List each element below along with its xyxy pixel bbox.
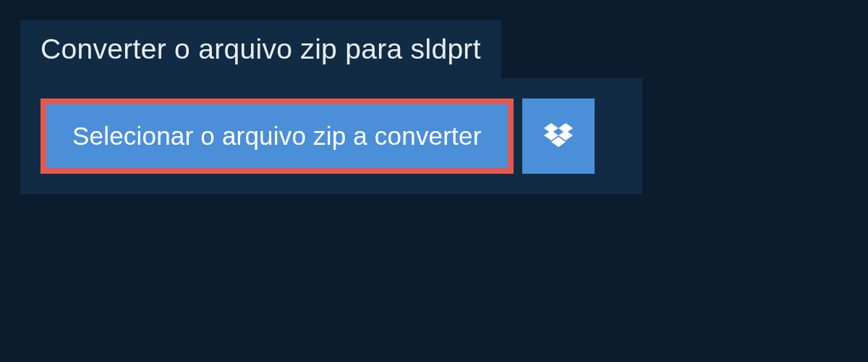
title-bar: Converter o arquivo zip para sldprt <box>20 20 501 78</box>
dropbox-button[interactable] <box>522 98 595 174</box>
select-file-button[interactable]: Selecionar o arquivo zip a converter <box>41 98 514 174</box>
upload-panel: Selecionar o arquivo zip a converter <box>20 78 642 194</box>
button-row: Selecionar o arquivo zip a converter <box>41 98 622 174</box>
converter-container: Converter o arquivo zip para sldprt Sele… <box>0 0 868 214</box>
select-file-label: Selecionar o arquivo zip a converter <box>72 122 482 151</box>
page-title: Converter o arquivo zip para sldprt <box>41 33 481 64</box>
dropbox-icon <box>544 123 573 149</box>
